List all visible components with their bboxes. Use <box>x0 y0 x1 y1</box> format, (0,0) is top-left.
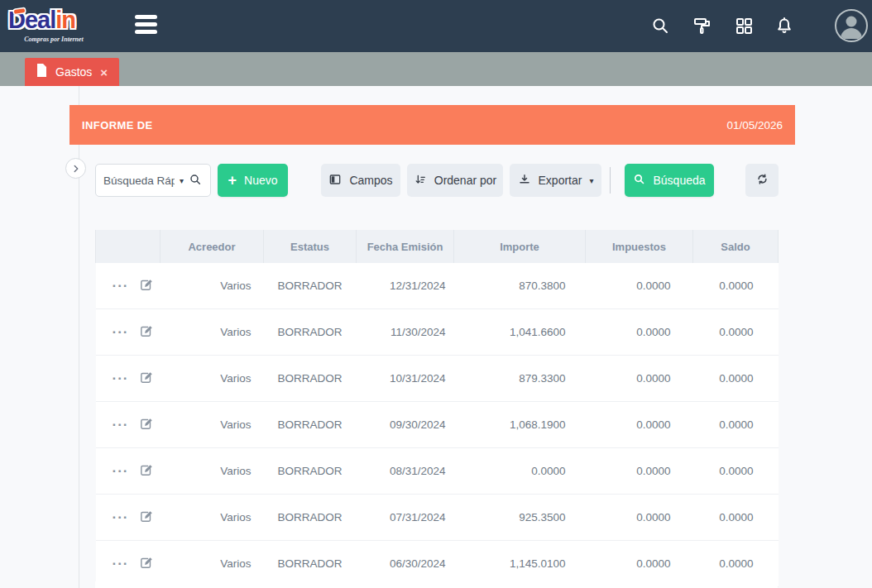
row-more-actions-button[interactable]: ··· <box>113 370 129 386</box>
table-header-row: Acreedor Estatus Fecha Emisión Importe I… <box>96 230 779 263</box>
row-more-actions-button[interactable]: ··· <box>113 463 129 479</box>
table-row-partial <box>95 581 778 588</box>
table-row[interactable]: ··· Varios BORRADOR 11/30/202 <box>96 309 779 356</box>
notifications-bell-icon[interactable] <box>774 16 794 36</box>
tab-gastos[interactable]: Gastos × <box>25 58 119 86</box>
logo-text-accent: in <box>55 7 75 33</box>
row-more-actions-button[interactable]: ··· <box>113 278 129 294</box>
menu-hamburger-icon[interactable] <box>135 15 157 37</box>
user-avatar[interactable] <box>835 9 868 42</box>
row-edit-icon[interactable] <box>139 375 153 387</box>
document-icon <box>36 64 47 80</box>
sort-button-label: Ordenar por <box>434 174 496 187</box>
cell-fecha-emision: 06/30/2024 <box>357 541 454 587</box>
cell-importe: 879.3300 <box>454 356 586 402</box>
main-content: INFORME DE 01/05/2026 Búsqueda Ráp ▾ + N… <box>0 86 872 588</box>
cell-impuestos: 0.0000 <box>586 356 693 402</box>
cell-fecha-emision: 09/30/2024 <box>357 402 454 448</box>
fields-button-label: Campos <box>349 174 392 187</box>
chevron-down-icon: ▾ <box>589 176 593 185</box>
tab-label: Gastos <box>55 65 92 79</box>
dealin-logo[interactable]: Dealin Compras por Internet <box>8 5 99 48</box>
tab-close-icon[interactable]: × <box>100 66 108 79</box>
table-body: ··· Varios BORRADOR 12/31/202 <box>96 263 779 587</box>
columns-icon <box>328 173 342 189</box>
header-estatus[interactable]: Estatus <box>264 230 357 263</box>
cell-saldo: 0.0000 <box>693 495 779 541</box>
tabbar: Gastos × <box>0 52 872 86</box>
download-icon <box>518 173 531 189</box>
sort-button[interactable]: Ordenar por <box>407 164 503 197</box>
report-title: INFORME DE <box>82 119 153 131</box>
cell-estatus: BORRADOR <box>264 448 357 495</box>
search-icon[interactable] <box>650 16 670 36</box>
table-row[interactable]: ··· Varios BORRADOR 10/31/202 <box>96 356 779 402</box>
header-acreedor[interactable]: Acreedor <box>161 230 264 263</box>
header-actions <box>96 230 161 263</box>
row-edit-icon[interactable] <box>139 282 153 294</box>
quick-search-placeholder: Búsqueda Ráp <box>103 174 175 187</box>
new-button[interactable]: + Nuevo <box>218 164 288 197</box>
cell-acreedor: Varios <box>161 356 264 402</box>
table-row[interactable]: ··· Varios BORRADOR 07/31/202 <box>96 495 779 541</box>
new-button-label: Nuevo <box>244 174 277 187</box>
cell-saldo: 0.0000 <box>693 541 779 587</box>
cell-fecha-emision: 12/31/2024 <box>357 263 454 309</box>
row-more-actions-button[interactable]: ··· <box>113 556 129 571</box>
cell-impuestos: 0.0000 <box>586 263 693 309</box>
export-button-label: Exportar <box>539 174 582 187</box>
cell-acreedor: Varios <box>161 263 264 309</box>
cell-impuestos: 0.0000 <box>586 448 693 495</box>
cell-saldo: 0.0000 <box>693 356 779 402</box>
row-more-actions-button[interactable]: ··· <box>113 417 129 433</box>
cell-estatus: BORRADOR <box>264 402 357 448</box>
row-edit-icon[interactable] <box>139 514 153 526</box>
row-edit-icon[interactable] <box>139 328 153 341</box>
report-date: 01/05/2026 <box>726 119 783 131</box>
search-button[interactable]: Búsqueda <box>625 164 714 197</box>
search-icon <box>633 173 645 188</box>
row-edit-icon[interactable] <box>139 467 153 480</box>
cell-acreedor: Varios <box>161 402 264 448</box>
refresh-button[interactable] <box>745 164 779 197</box>
sidebar-expand-button[interactable] <box>65 158 86 179</box>
cell-estatus: BORRADOR <box>264 356 357 402</box>
theme-paint-roller-icon[interactable] <box>692 16 712 36</box>
export-button[interactable]: Exportar ▾ <box>510 164 601 197</box>
header-importe[interactable]: Importe <box>454 230 586 263</box>
cell-impuestos: 0.0000 <box>586 402 693 448</box>
cell-importe: 1,068.1900 <box>454 402 586 448</box>
report-banner: INFORME DE 01/05/2026 <box>69 105 795 145</box>
cell-fecha-emision: 10/31/2024 <box>357 356 454 402</box>
expenses-table: Acreedor Estatus Fecha Emisión Importe I… <box>95 230 778 587</box>
refresh-icon <box>756 173 769 188</box>
header-saldo[interactable]: Saldo <box>693 230 779 263</box>
header-impuestos[interactable]: Impuestos <box>586 230 693 263</box>
table-row[interactable]: ··· Varios BORRADOR 08/31/202 <box>96 448 779 495</box>
table-row[interactable]: ··· Varios BORRADOR 06/30/202 <box>96 541 779 587</box>
cell-importe: 0.0000 <box>454 448 586 495</box>
sort-az-icon <box>414 173 427 189</box>
row-more-actions-button[interactable]: ··· <box>113 509 129 525</box>
cell-impuestos: 0.0000 <box>586 495 693 541</box>
cell-importe: 925.3500 <box>454 495 586 541</box>
fields-button[interactable]: Campos <box>321 164 400 197</box>
row-more-actions-button[interactable]: ··· <box>113 324 129 340</box>
cell-acreedor: Varios <box>161 309 264 356</box>
table-row[interactable]: ··· Varios BORRADOR 12/31/202 <box>96 263 779 309</box>
cell-saldo: 0.0000 <box>693 263 779 309</box>
header-fecha-emision[interactable]: Fecha Emisión <box>357 230 454 263</box>
apps-grid-icon[interactable] <box>734 16 754 36</box>
app-window: Dealin Compras por Internet <box>0 0 872 588</box>
cell-fecha-emision: 11/30/2024 <box>357 309 454 356</box>
quick-search-input[interactable]: Búsqueda Ráp ▾ <box>95 164 211 197</box>
cell-impuestos: 0.0000 <box>586 309 693 356</box>
cell-estatus: BORRADOR <box>264 541 357 587</box>
table-row[interactable]: ··· Varios BORRADOR 09/30/202 <box>96 402 779 448</box>
search-icon[interactable] <box>189 173 202 189</box>
chevron-down-icon[interactable]: ▾ <box>180 176 184 185</box>
cell-saldo: 0.0000 <box>693 448 779 495</box>
cell-estatus: BORRADOR <box>264 495 357 541</box>
row-edit-icon[interactable] <box>139 421 153 433</box>
row-edit-icon[interactable] <box>139 560 153 572</box>
